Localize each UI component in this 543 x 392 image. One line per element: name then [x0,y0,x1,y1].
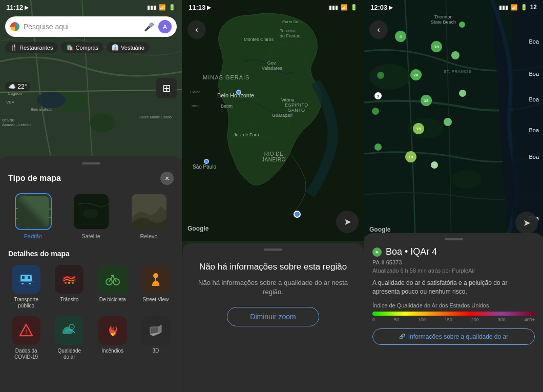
map-type-label-satelite: Satélite [81,233,100,239]
detail-fire[interactable]: Incêndios [95,316,131,360]
aq-label-100: 100 [418,317,426,322]
map-type-label-relevo: Relevo [140,233,157,239]
detail-label-air: Qualidadedo ar [58,348,81,360]
status-time-2: 11:13 ▶ [189,4,211,11]
details-grid: Transportepúblico Trânsito [8,265,174,360]
layers-button[interactable]: ⊞ [156,78,177,98]
info-desc: Não há informações sobre a qualidade do … [193,278,353,297]
mic-icon[interactable]: 🎤 [144,22,154,32]
boa-label-5: Boa [529,154,539,160]
aq-dot-sm-5 [459,90,466,97]
aq-link-icon: 🔗 [399,334,405,339]
details-title: Detalhes do mapa [8,250,174,258]
search-bar[interactable]: Pesquise aqui 🎤 A [5,16,177,37]
map-label-thornton: ThorntonState Beach [431,14,456,25]
map-label-montes: Montes Claros [244,37,274,42]
map-label-vea: VEA [6,100,14,105]
map-label-saopaulo: São Paulo [193,164,216,170]
zoom-out-button[interactable]: Diminuir zoom [227,307,319,326]
info-handle [264,249,282,251]
map-label-bem: Bem avaliado [31,108,52,111]
aq-dot-small-3 [374,143,382,151]
map-type-relevo[interactable]: Relevo [124,193,174,239]
aq-dot-small-1 [377,72,384,79]
svg-rect-12 [28,276,30,279]
chip-compras[interactable]: 🛍️ Compras [61,42,103,53]
map-type-satelite[interactable]: Satélite [66,193,116,239]
map-background-2: MINAS GERAIS ESPÍRITOSANTO RIO DEJANEIRO… [182,0,364,241]
map-type-thumb-padrao [15,193,52,230]
aq-dot-1: 19 [431,41,442,52]
road-badge-1: 1 [374,92,382,99]
navigate-button-3[interactable]: ➤ [515,212,538,234]
search-input[interactable]: Pesquise aqui [24,23,140,31]
map-type-thumb-satelite [73,193,110,230]
aq-info-button[interactable]: 🔗 Informações sobre a qualidade do ar [372,328,535,345]
svg-rect-14 [29,283,31,284]
back-button-3[interactable]: ‹ [369,20,388,39]
detail-label-street: Street View [142,297,169,303]
svg-point-22 [112,275,114,277]
navigate-icon-3: ➤ [523,217,531,229]
avatar[interactable]: A [158,20,172,33]
map-label-lagoon: Lagoon [8,91,22,96]
sheet-header: Tipo de mapa × [8,172,174,185]
back-button-2[interactable]: ‹ [187,20,206,39]
boa-label-3: Boa [529,96,539,102]
beach-marker [459,22,465,28]
svg-point-2 [90,114,115,132]
detail-covid[interactable]: ! Dados daCOVID-19 [8,316,44,360]
status-bar-1: 11:12 ▶ ▮▮▮ 📶 🔋 [0,0,182,14]
detail-transito[interactable]: Trânsito [51,265,87,309]
aq-dot-sm-6 [444,118,452,126]
navigate-button-2[interactable]: ➤ [336,211,359,233]
city-dot-sp [204,159,209,164]
map-label-guarapari: Guarapari [272,113,293,118]
detail-bike[interactable]: De bicicleta [95,265,131,309]
detail-air[interactable]: ~ Qualidadedo ar [51,316,87,360]
svg-point-34 [451,170,482,189]
sheet-title: Tipo de mapa [8,174,61,183]
detail-label-transito: Trânsito [60,297,78,303]
detail-label-fire: Incêndios [101,348,123,354]
aq-bar-container: 0 50 100 150 200 300 400+ [372,312,535,322]
aq-label-150: 150 [445,317,452,322]
chip-vestuario[interactable]: 👔 Vestuário [107,42,150,53]
streetview-icon [141,265,170,294]
aq-dot-4: 15 [413,123,424,134]
svg-rect-4 [16,194,51,229]
aq-label-50: 50 [394,317,399,322]
svg-point-19 [72,282,74,284]
boa-label-1: Boa [529,38,539,45]
svg-point-3 [37,92,66,108]
aq-bar-labels: 0 50 100 150 200 300 400+ [372,317,535,322]
close-button[interactable]: × [160,172,174,185]
info-panel: Não há informações sobre esta região Não… [182,243,364,392]
svg-rect-31 [513,0,544,236]
status-icons-1: ▮▮▮ 📶 🔋 [147,4,176,11]
chip-restaurantes[interactable]: 🍴 Restaurantes [5,42,58,53]
svg-point-8 [83,209,97,218]
svg-rect-11 [22,276,25,279]
aq-dot-sm-7 [431,161,438,169]
detail-label-transport: Transportepúblico [14,297,38,309]
status-time-1: 11:12 ▶ [6,4,29,11]
status-time-3: 12:03 ▶ [370,4,393,11]
aq-index-title: Índice de Qualidade do Ar dos Estados Un… [372,302,535,308]
detail-3d[interactable]: 3D [138,316,174,360]
panel-air-quality: 19 20 18 15 13 4 ThorntonState Beach Boa… [364,0,543,392]
status-bar-3: 12:03 ▶ ▮▮▮ 📶 🔋 12 [364,0,543,14]
detail-transport[interactable]: Transportepúblico [8,265,44,309]
aq-dot-3: 18 [421,95,432,106]
aq-dot-6: 4 [395,31,406,42]
map-type-label-padrao: Padrão [24,233,42,239]
sheet-handle [82,162,100,164]
detail-label-bike: De bicicleta [99,297,126,303]
detail-label-covid: Dados daCOVID-19 [14,348,38,360]
detail-streetview[interactable]: Street View [138,265,174,309]
map-type-padrao[interactable]: Padrão [8,193,58,239]
svg-rect-13 [22,283,24,284]
google-watermark-2: Google [187,225,208,232]
boa-label-4: Boa [529,127,539,133]
aq-description: A qualidade do ar é satisfatória e a pol… [372,279,535,296]
